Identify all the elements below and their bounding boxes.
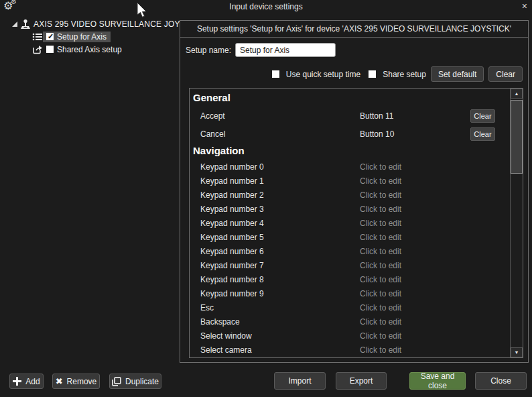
window-title: Input device settings — [0, 2, 532, 11]
binding-value-placeholder[interactable]: Click to edit — [360, 219, 401, 228]
bindings-list: GeneralAcceptButton 11ClearCancelButton … — [190, 89, 510, 357]
binding-label: Esc — [200, 303, 214, 313]
import-button-label: Import — [288, 376, 311, 386]
remove-button-label: Remove — [67, 377, 97, 386]
binding-label: Keypad number 7 — [200, 261, 264, 270]
add-button[interactable]: Add — [9, 374, 44, 389]
device-tree: AXIS 295 VIDEO SURVEILLANCE JOYSTICK Set… — [12, 18, 204, 55]
scrollbar-thumb[interactable] — [511, 100, 523, 174]
binding-label: Keypad number 1 — [200, 176, 264, 186]
binding-label: Backspace — [200, 317, 240, 327]
close-button-label: Close — [490, 376, 511, 386]
binding-row[interactable]: Keypad number 6Click to edit — [190, 245, 510, 259]
tree-item-shared-axis-setup[interactable]: Shared Axis setup — [32, 44, 204, 55]
binding-value-placeholder[interactable]: Click to edit — [360, 317, 401, 327]
binding-value-placeholder[interactable]: Click to edit — [360, 205, 401, 214]
binding-value-placeholder[interactable]: Click to edit — [360, 190, 401, 200]
remove-x-icon: ✖ — [56, 378, 63, 386]
binding-value-placeholder[interactable]: Click to edit — [360, 247, 401, 256]
scroll-down-icon[interactable]: ▼ — [511, 347, 523, 357]
share-setup-checkbox[interactable] — [369, 70, 376, 78]
use-quick-setup-checkbox[interactable] — [272, 70, 279, 78]
joystick-icon — [20, 19, 31, 30]
binding-row[interactable]: Keypad number 1Click to edit — [190, 174, 510, 188]
binding-value-placeholder[interactable]: Click to edit — [360, 261, 401, 270]
set-default-button[interactable]: Set default — [431, 66, 484, 82]
list-icon — [32, 32, 43, 42]
binding-row[interactable]: Keypad number 4Click to edit — [190, 217, 510, 231]
options-row: Use quick setup time Share setup Set def… — [269, 66, 523, 82]
tree-device-row[interactable]: AXIS 295 VIDEO SURVEILLANCE JOYSTICK — [12, 18, 204, 30]
binding-label: Keypad number 5 — [200, 233, 264, 242]
binding-row[interactable]: EscClick to edit — [190, 301, 510, 315]
binding-value-placeholder[interactable]: Click to edit — [360, 345, 401, 355]
scrollbar[interactable]: ▲ ▼ — [510, 89, 523, 357]
duplicate-button-label: Duplicate — [125, 377, 159, 386]
setup-name-label: Setup name: — [186, 46, 231, 55]
duplicate-icon — [112, 377, 121, 386]
binding-value-placeholder[interactable]: Click to edit — [360, 331, 401, 341]
export-button-label: Export — [350, 376, 373, 386]
binding-value-placeholder[interactable]: Click to edit — [360, 303, 401, 313]
binding-label: Keypad number 4 — [200, 219, 264, 228]
binding-value-placeholder[interactable]: Click to edit — [360, 289, 401, 298]
save-and-close-button-label: Save and close — [410, 372, 465, 390]
tree-selected-highlight: Setup for Axis — [43, 32, 111, 42]
add-button-label: Add — [25, 377, 40, 386]
plus-icon — [13, 377, 21, 386]
title-bar: ⚙ ⚙ Input device settings × — [0, 0, 532, 13]
binding-label: Cancel — [200, 129, 225, 139]
section-heading: Navigation — [190, 144, 510, 160]
binding-row[interactable]: Keypad number 3Click to edit — [190, 203, 510, 217]
binding-value-placeholder[interactable]: Click to edit — [360, 176, 401, 186]
tree-expander-icon[interactable] — [12, 21, 17, 27]
bindings-list-box: GeneralAcceptButton 11ClearCancelButton … — [189, 88, 523, 358]
row-clear-button[interactable]: Clear — [470, 127, 495, 141]
binding-label: Select camera — [200, 345, 252, 355]
binding-value-placeholder[interactable]: Click to edit — [360, 275, 401, 284]
binding-row[interactable]: Keypad number 0Click to edit — [190, 160, 510, 174]
setup-settings-panel: Setup settings 'Setup for Axis' for devi… — [180, 20, 529, 363]
binding-value[interactable]: Button 10 — [360, 129, 394, 139]
binding-row[interactable]: AcceptButton 11Clear — [190, 107, 510, 125]
setup-name-input[interactable] — [235, 43, 336, 57]
export-button[interactable]: Export — [336, 372, 387, 390]
binding-row[interactable]: Keypad number 7Click to edit — [190, 259, 510, 273]
tree-device-label: AXIS 295 VIDEO SURVEILLANCE JOYSTICK — [34, 19, 204, 29]
binding-row[interactable]: CancelButton 10Clear — [190, 125, 510, 144]
setup-enabled-checkbox[interactable] — [46, 33, 54, 40]
save-and-close-button[interactable]: Save and close — [409, 372, 466, 390]
binding-value-placeholder[interactable]: Click to edit — [360, 233, 401, 242]
tree-item-setup-for-axis[interactable]: Setup for Axis — [32, 31, 204, 42]
duplicate-button[interactable]: Duplicate — [109, 374, 161, 389]
close-icon[interactable]: × — [522, 1, 527, 11]
row-clear-button[interactable]: Clear — [470, 109, 495, 123]
import-button[interactable]: Import — [274, 372, 326, 390]
binding-row[interactable]: Keypad number 5Click to edit — [190, 231, 510, 245]
remove-button[interactable]: ✖ Remove — [52, 374, 100, 389]
binding-row[interactable]: Keypad number 9Click to edit — [190, 287, 510, 301]
section-heading: General — [190, 91, 510, 107]
binding-row[interactable]: Keypad number 2Click to edit — [190, 188, 510, 203]
tree-item-label: Setup for Axis — [57, 32, 107, 42]
panel-header: Setup settings 'Setup for Axis' for devi… — [180, 21, 528, 38]
close-button[interactable]: Close — [475, 372, 527, 390]
binding-label: Keypad number 9 — [200, 289, 264, 298]
binding-label: Keypad number 8 — [200, 275, 264, 284]
clear-button[interactable]: Clear — [488, 66, 523, 82]
binding-value-placeholder[interactable]: Click to edit — [360, 162, 401, 172]
binding-label: Keypad number 6 — [200, 247, 264, 256]
binding-label: Keypad number 3 — [200, 205, 264, 214]
binding-row[interactable]: Select cameraClick to edit — [190, 343, 510, 357]
scroll-up-icon[interactable]: ▲ — [511, 89, 523, 99]
binding-row[interactable]: BackspaceClick to edit — [190, 315, 510, 329]
binding-row[interactable]: Keypad number 8Click to edit — [190, 273, 510, 287]
binding-label: Select window — [200, 331, 252, 341]
binding-value[interactable]: Button 11 — [360, 111, 393, 121]
share-icon — [32, 45, 43, 54]
binding-row[interactable]: Select windowClick to edit — [190, 329, 510, 343]
shared-setup-checkbox[interactable] — [46, 46, 54, 53]
binding-label: Keypad number 2 — [200, 190, 264, 200]
tree-item-label: Shared Axis setup — [57, 45, 122, 54]
input-device-settings-window: { "window": { "title": "Input device set… — [0, 0, 532, 397]
